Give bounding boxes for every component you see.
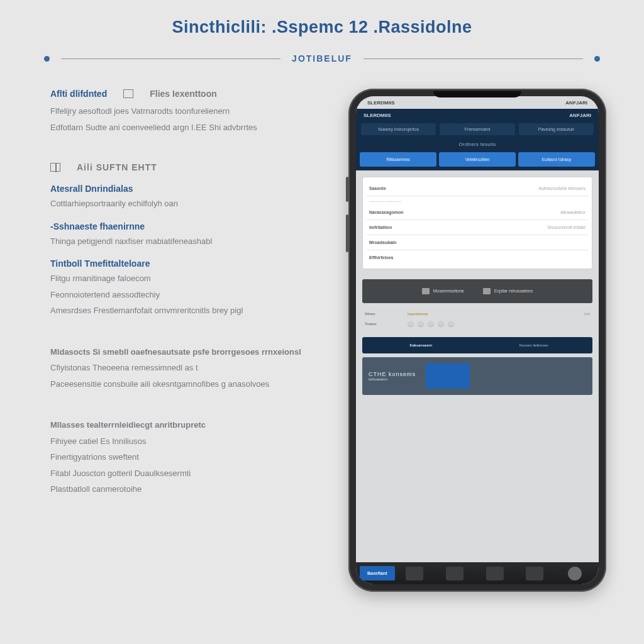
- avatar-icon[interactable]: [568, 567, 582, 580]
- dot-icon: [408, 321, 414, 327]
- form-row-4[interactable]: Mroadsubain: [367, 235, 588, 250]
- phone-screen: SLERDMIIS ANFJARI SLERDMIIS ANFJARI Noke…: [356, 96, 599, 584]
- feature-block-2: Aili SUFTN EHTT Atesrall Dnrindialas Cot…: [50, 162, 321, 317]
- header-action[interactable]: ANFJARI: [569, 113, 591, 118]
- tab-2[interactable]: Veletirsotten: [439, 152, 516, 167]
- separator-dot-right: [594, 56, 600, 62]
- header-cell-3[interactable]: Paveshg Insisuturi: [519, 123, 594, 135]
- feature3-line1: Cfiyistonas Theoeena remessimnedl as t: [50, 362, 321, 374]
- page-title: Sincthiclili: .Sspemc 12 .Rassidolne: [0, 18, 644, 37]
- dot-icon: [418, 321, 424, 327]
- header-cell-2[interactable]: Frensemdeni: [440, 123, 514, 135]
- tabbar-slot-1[interactable]: [406, 567, 423, 580]
- form-row-2[interactable]: Narasseagomon allowadeteor: [367, 205, 588, 220]
- tabbar-slot-4[interactable]: [526, 567, 543, 580]
- header-brand: SLERDMIIS: [364, 113, 391, 118]
- tabbar-slot-3[interactable]: [486, 567, 504, 580]
- banner-action-1[interactable]: Mosenmssitone: [422, 288, 464, 294]
- form-card: Sasente Autheorudlshe liebssers ───── ──…: [362, 177, 592, 269]
- feature2-sub3-line3: Amesrdses Frestlemanfofait ornvmreritcni…: [50, 304, 321, 317]
- feature2-sub3-head: Tintboll Tmefittalteloare: [50, 258, 321, 269]
- feature2-sub3-line2: Feonnoiotertend aessodtechiy: [50, 289, 321, 301]
- banner-action-2[interactable]: Ecpliar rebussatens: [483, 288, 533, 294]
- book-icon: [50, 163, 60, 172]
- tabbar-primary-button[interactable]: Baxeflant: [360, 566, 395, 580]
- promo-card[interactable]: CTHE konsems terboesenn: [362, 357, 592, 395]
- dot-icon: [438, 321, 444, 327]
- summary-row-2: Totees: [362, 318, 592, 330]
- feature4-line4: Plastbatloll canmerotoihe: [50, 483, 321, 496]
- separator-line-left: [61, 58, 280, 59]
- feature2-sub1-line: Cottlarhiepsortraarily echilfolyh oan: [50, 197, 321, 210]
- feature2-sub2-line: Thinga petigjendl naxfiser mabiatifeneas…: [50, 235, 321, 248]
- segment-tabs: Riiissamnes Veletirsotten Eufasrd Istras…: [356, 152, 599, 170]
- hero: Sincthiclili: .Sspemc 12 .Rassidolne: [0, 0, 644, 37]
- feature-block-3: Mldasocts Si smebll oaefnesautsate psfe …: [50, 346, 321, 391]
- tab-3[interactable]: Eufasrd Istrasy: [518, 152, 595, 167]
- feature2-sub3-line1: Flitgu rmanitinage faloecom: [50, 272, 321, 285]
- form-row-4-label: Mroadsubain: [369, 240, 397, 245]
- camera-icon: [422, 288, 430, 294]
- summary-1-end: itelt: [584, 312, 590, 316]
- banner-action-2-label: Ecpliar rebussatens: [494, 289, 533, 293]
- promo-col-1[interactable]: Eakoerseern: [365, 340, 477, 351]
- form-row-5[interactable]: Effhirfeloes: [367, 250, 588, 265]
- feature1-line2: Edfotlarn Sudte ani coenveeliedd argn I.…: [50, 121, 321, 134]
- title-separator: JOTIBELUF: [0, 53, 644, 64]
- separator-line-right: [364, 58, 583, 59]
- feature2-sub2-head: -Sshnaeste fhaenirnne: [50, 221, 321, 231]
- tab-1[interactable]: Riiissamnes: [360, 152, 436, 167]
- pager-dots[interactable]: [408, 321, 454, 327]
- form-row-3[interactable]: Imfritatiion Shusonremtt trsfald: [367, 220, 588, 235]
- dot-icon: [448, 321, 454, 327]
- form-row-2-value: allowadeteor: [560, 210, 586, 214]
- feature-list: Aflti dlifdnted Flies Iexenttoon Flfelij…: [50, 89, 321, 525]
- feature4-line2: Finertigyatrions sweftent: [50, 451, 321, 464]
- monitor-icon: [123, 89, 133, 98]
- feature1-line1: Flfelijry aesoftodl joes Vatrnarodts too…: [50, 105, 321, 118]
- page-subtitle: JOTIBELUF: [292, 53, 352, 64]
- form-row-5-label: Effhirfeloes: [369, 255, 394, 260]
- phone-mockup: SLERDMIIS ANFJARI SLERDMIIS ANFJARI Noke…: [348, 89, 606, 592]
- feature1-title-b: Flies Iexenttoon: [150, 89, 217, 99]
- form-row-1-sub: ───── ─────: [367, 196, 588, 205]
- separator-dot-left: [44, 56, 50, 62]
- feature4-line1: Fihiyee catiel Es Inniliusos: [50, 435, 321, 448]
- bottom-tabbar: Baxeflant: [356, 562, 599, 584]
- action-banner: Mosenmssitone Ecpliar rebussatens: [362, 279, 592, 303]
- promo-col-2[interactable]: Nosses liefetroes: [477, 340, 590, 351]
- feature2-title: Aili SUFTN EHTT: [77, 162, 157, 172]
- tabbar-slot-2[interactable]: [446, 567, 464, 580]
- form-row-1-label: Sasente: [369, 186, 386, 191]
- dot-icon: [428, 321, 434, 327]
- feature3-line2: Paceesensitie consbuile aili okesntgamno…: [50, 378, 321, 391]
- feature1-title-a: Aflti dlifdnted: [50, 89, 107, 99]
- promo-bar: Eakoerseern Nosses liefetroes: [362, 337, 592, 353]
- summary-2-label: Totees: [365, 322, 396, 326]
- summary-1-label: Sthen: [365, 312, 396, 316]
- header-caption: Ordtrers tesulis: [356, 139, 599, 152]
- doc-icon: [483, 288, 491, 294]
- banner-action-1-label: Mosenmssitone: [433, 289, 464, 293]
- feature3-head: Mldasocts Si smebll oaefnesautsate psfe …: [50, 346, 321, 358]
- form-row-3-label: Imfritatiion: [369, 225, 392, 230]
- status-right: ANFJARI: [565, 100, 587, 106]
- form-row-2-label: Narasseagomon: [369, 210, 403, 214]
- form-row-3-value: Shusonremtt trsfald: [547, 225, 586, 230]
- promo-cta-tile[interactable]: [426, 364, 470, 389]
- feature-block-1: Aflti dlifdnted Flies Iexenttoon Flfelij…: [50, 89, 321, 133]
- feature2-sub1-head: Atesrall Dnrindialas: [50, 184, 321, 194]
- header-cell-1[interactable]: Nokeey Indrorojertos: [361, 123, 436, 135]
- phone-notch: [433, 91, 521, 97]
- form-row-1[interactable]: Sasente Autheorudlshe liebssers: [367, 181, 588, 196]
- feature4-head: Mllasses tealterrnleidiecgt anritbrupret…: [50, 419, 321, 431]
- status-bar: SLERDMIIS ANFJARI: [356, 96, 599, 109]
- promo-card-sub: terboesenn: [369, 377, 416, 381]
- feature4-line3: Fitabl Juoscton gotteril Duaulksesermti: [50, 467, 321, 480]
- status-left: SLERDMIIS: [367, 100, 395, 106]
- summary-1-value: Iopoterione: [408, 312, 428, 316]
- feature-block-4: Mllasses tealterrnleidiecgt anritbrupret…: [50, 419, 321, 496]
- summary-row-1: Sthen Iopoterione itelt: [362, 309, 592, 318]
- app-header: SLERDMIIS ANFJARI Nokeey Indrorojertos F…: [356, 109, 599, 170]
- form-row-1-value: Autheorudlshe liebssers: [538, 186, 586, 191]
